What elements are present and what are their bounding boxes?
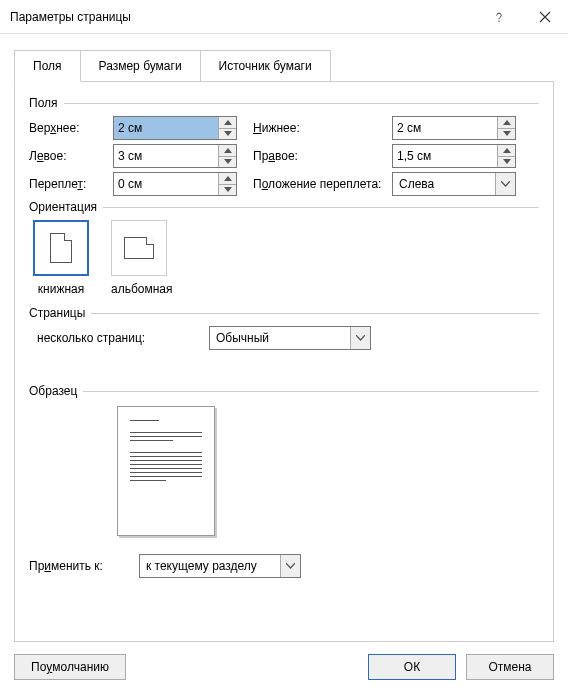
orientation-landscape-label: альбомная (111, 282, 173, 296)
portrait-icon (33, 220, 89, 276)
margin-left-field[interactable] (114, 145, 218, 167)
label-left: Левое: (29, 149, 113, 163)
tab-panel: Поля Верхнее: Нижнее: Левое: Правое: (14, 81, 554, 642)
spin-up-icon[interactable] (498, 145, 515, 157)
svg-point-0 (498, 20, 499, 21)
gutter-pos-combo[interactable]: Слева (392, 172, 516, 196)
gutter-input[interactable] (113, 172, 237, 196)
landscape-icon (111, 220, 167, 276)
orientation-portrait[interactable]: книжная (33, 220, 89, 296)
margin-bottom-field[interactable] (393, 117, 497, 139)
margin-left-input[interactable] (113, 144, 237, 168)
multi-pages-value: Обычный (210, 327, 350, 349)
spin-down-icon[interactable] (219, 157, 236, 168)
orientation-landscape[interactable]: альбомная (111, 220, 173, 296)
label-top: Верхнее: (29, 121, 113, 135)
spin-down-icon[interactable] (219, 185, 236, 196)
margin-right-field[interactable] (393, 145, 497, 167)
titlebar: Параметры страницы (0, 0, 568, 34)
apply-to-value: к текущему разделу (140, 555, 280, 577)
spin-up-icon[interactable] (219, 145, 236, 157)
multi-pages-combo[interactable]: Обычный (209, 326, 371, 350)
spin-down-icon[interactable] (498, 157, 515, 168)
label-right: Правое: (237, 149, 392, 163)
tab-fields[interactable]: Поля (14, 50, 81, 82)
spin-down-icon[interactable] (219, 129, 236, 140)
apply-to-combo[interactable]: к текущему разделу (139, 554, 301, 578)
margin-top-input[interactable] (113, 116, 237, 140)
margin-top-field[interactable] (114, 117, 218, 139)
chevron-down-icon[interactable] (350, 327, 370, 349)
chevron-down-icon[interactable] (495, 173, 515, 195)
spin-up-icon[interactable] (498, 117, 515, 129)
close-icon[interactable] (522, 0, 568, 34)
chevron-down-icon[interactable] (280, 555, 300, 577)
group-fields: Поля (29, 96, 539, 110)
margin-bottom-input[interactable] (392, 116, 516, 140)
spin-up-icon[interactable] (219, 117, 236, 129)
spin-up-icon[interactable] (219, 173, 236, 185)
group-pages: Страницы (29, 306, 539, 320)
button-bar: По умолчанию ОК Отмена (14, 642, 554, 680)
default-button[interactable]: По умолчанию (14, 654, 126, 680)
tab-source[interactable]: Источник бумаги (200, 50, 331, 82)
page-preview (117, 406, 215, 536)
label-multi-pages: несколько страниц: (29, 331, 209, 345)
group-orientation: Ориентация (29, 200, 539, 214)
dialog-title: Параметры страницы (10, 10, 476, 24)
cancel-button[interactable]: Отмена (466, 654, 554, 680)
margin-right-input[interactable] (392, 144, 516, 168)
label-gutter-pos: Положение переплета: (237, 177, 392, 191)
label-bottom: Нижнее: (237, 121, 392, 135)
tab-paper[interactable]: Размер бумаги (80, 50, 201, 82)
ok-button[interactable]: ОК (368, 654, 456, 680)
label-gutter: Переплет: (29, 177, 113, 191)
tabstrip: Поля Размер бумаги Источник бумаги (14, 50, 554, 82)
gutter-pos-value: Слева (393, 173, 495, 195)
help-icon[interactable] (476, 0, 522, 34)
label-apply: Применить к: (29, 559, 139, 573)
group-preview: Образец (29, 384, 539, 398)
spin-down-icon[interactable] (498, 129, 515, 140)
orientation-portrait-label: книжная (33, 282, 89, 296)
gutter-field[interactable] (114, 173, 218, 195)
